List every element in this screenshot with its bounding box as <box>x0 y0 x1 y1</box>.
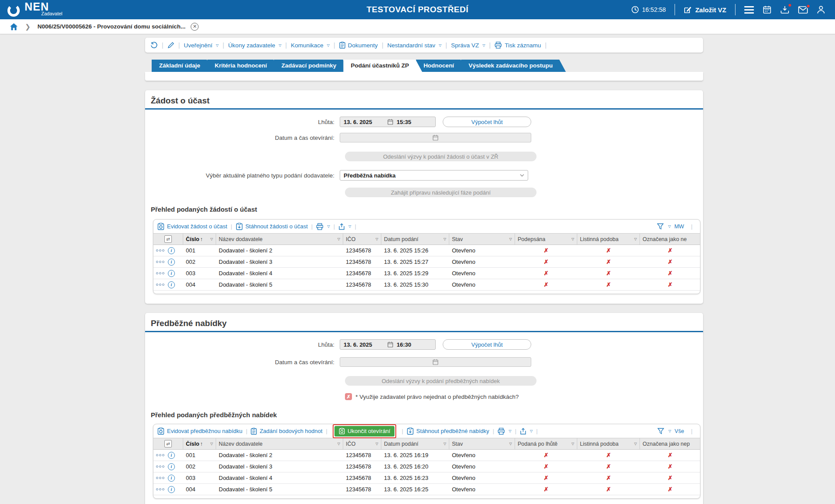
lhuta-field[interactable]: 13. 6. 2025 16:30 <box>340 339 436 350</box>
filter-caret-icon[interactable]: ▽ <box>209 237 213 241</box>
print-grid-button[interactable]: ▽ <box>497 428 511 435</box>
info-icon[interactable]: i <box>168 475 175 482</box>
info-icon[interactable]: i <box>168 259 175 266</box>
table-row[interactable]: i 001 Dodavatel - školení 2 12345678 13.… <box>153 245 700 256</box>
header-stav[interactable]: Stav▽ <box>449 438 515 449</box>
tab-hodnoceni[interactable]: Hodnocení <box>416 60 467 72</box>
header-datum-podani[interactable]: Datum podání▽ <box>381 438 449 449</box>
menu-uverejneni[interactable]: Uveřejnění▽ <box>184 42 218 49</box>
tab-zakladni-udaje[interactable]: Základní údaje <box>152 60 213 72</box>
header-nazev-dodavatele[interactable]: Název dodavatele▽ <box>216 438 343 449</box>
downloads-icon[interactable] <box>780 5 789 14</box>
export-grid-button[interactable]: ▽ <box>520 428 533 435</box>
filter-caret-icon[interactable]: ▽ <box>374 237 378 241</box>
undo-button[interactable] <box>150 42 158 49</box>
header-datum-podani[interactable]: Datum podání▽ <box>381 234 449 245</box>
info-icon[interactable]: i <box>168 281 175 288</box>
filter-caret-icon[interactable]: ▽ <box>508 442 512 446</box>
filter-caret-icon[interactable]: ▽ <box>632 442 637 446</box>
header-podepsana[interactable]: Podepsána▽ <box>515 234 577 245</box>
close-record-icon[interactable]: ✕ <box>191 23 199 31</box>
filter-caret-icon[interactable]: ▽ <box>570 237 574 241</box>
info-icon[interactable]: i <box>168 247 175 254</box>
row-menu-icon[interactable] <box>156 261 164 263</box>
menu-ukony-zadavatele[interactable]: Úkony zadavatele▽ <box>228 42 281 49</box>
header-cislo[interactable]: Číslo ↑ ▽ <box>183 234 216 245</box>
header-oznacena[interactable]: Označena jako nep <box>640 438 700 449</box>
send-vyzva-nabidky-button[interactable]: Odeslání výzvy k podání předběžných nabí… <box>345 376 537 386</box>
messages-icon[interactable] <box>798 6 808 14</box>
stahnout-zadosti-button[interactable]: Stáhnout žádosti o účast <box>236 223 308 230</box>
tab-kriteria-hodnoceni[interactable]: Kritéria hodnocení <box>207 60 280 72</box>
stahnout-nabidky-button[interactable]: Stáhnout předběžné nabídky <box>407 427 489 435</box>
tab-vysledek-zadavaciho-postupu[interactable]: Výsledek zadávacího postupu <box>461 60 566 72</box>
table-row[interactable]: i 003 Dodavatel - školení 4 12345678 13.… <box>153 472 700 484</box>
header-cislo[interactable]: Číslo ↑ ▽ <box>183 438 216 449</box>
evidovat-zadost-button[interactable]: Evidovat žádost o účast <box>157 223 227 230</box>
send-vyzva-zadost-button[interactable]: Odeslání výzvy k podání žádosti o účast … <box>345 152 537 161</box>
header-oznacena[interactable]: Označena jako ne <box>640 234 700 245</box>
filter-icon[interactable] <box>657 223 664 230</box>
info-icon[interactable]: i <box>168 486 175 493</box>
user-profile-icon[interactable] <box>817 5 825 14</box>
vypocet-lhut-button[interactable]: Výpočet lhůt <box>443 339 531 350</box>
info-icon[interactable]: i <box>168 452 175 459</box>
datum-oteviranı-field[interactable] <box>340 357 531 367</box>
filter-caret-icon[interactable]: ▽ <box>336 237 340 241</box>
grid-view-label[interactable]: MW <box>674 224 684 230</box>
nen-logo[interactable]: NEN Zadavatel <box>6 1 62 18</box>
info-icon[interactable]: i <box>168 270 175 277</box>
table-row[interactable]: i 003 Dodavatel - školení 4 12345678 13.… <box>153 268 700 279</box>
header-ico[interactable]: IČO▽ <box>343 438 381 449</box>
calendar-icon[interactable] <box>763 5 771 14</box>
table-row[interactable]: i 002 Dodavatel - školení 3 12345678 13.… <box>153 256 700 268</box>
info-icon[interactable]: i <box>168 463 175 470</box>
filter-caret-icon[interactable]: ▽ <box>374 442 378 446</box>
row-menu-icon[interactable] <box>156 454 164 456</box>
tab-zadavaci-podminky[interactable]: Zadávací podmínky <box>274 60 349 72</box>
menu-nestandardni-stav[interactable]: Nestandardní stav▽ <box>387 42 442 49</box>
edit-record-button[interactable] <box>167 42 174 49</box>
print-record-button[interactable]: Tisk záznamu <box>494 42 541 49</box>
print-grid-button[interactable]: ▽ <box>316 223 330 230</box>
column-settings-cell[interactable]: ⇄ <box>153 234 183 245</box>
row-menu-icon[interactable] <box>156 488 164 490</box>
next-phase-button[interactable]: Zahájit přípravu následující fáze podání <box>345 188 537 197</box>
zadani-bodovych-hodnot-button[interactable]: Zadání bodových hodnot <box>251 428 322 435</box>
lhuta-time-value[interactable]: 15:35 <box>397 119 411 125</box>
header-ico[interactable]: IČO▽ <box>343 234 381 245</box>
caret-down-icon[interactable]: ▽ <box>668 224 671 228</box>
filter-caret-icon[interactable]: ▽ <box>442 442 446 446</box>
lhuta-date-value[interactable]: 13. 6. 2025 <box>344 341 384 348</box>
datum-oteviranı-field[interactable] <box>340 133 531 142</box>
caret-down-icon[interactable]: ▽ <box>668 429 671 433</box>
create-vz-button[interactable]: Založit VZ <box>684 6 726 14</box>
lhuta-date-value[interactable]: 13. 6. 2025 <box>344 119 384 125</box>
filter-caret-icon[interactable]: ▽ <box>508 237 512 241</box>
row-menu-icon[interactable] <box>156 249 164 252</box>
menu-dokumenty[interactable]: Dokumenty <box>339 42 378 49</box>
header-podana-po-lhute[interactable]: Podaná po lhůtě▽ <box>515 438 577 449</box>
evidovat-nabidku-button[interactable]: Evidovat předběžnou nabídku <box>157 427 242 435</box>
tab-podani-ucastniku-zp[interactable]: Podání účastníků ZP <box>343 60 422 72</box>
menu-komunikace[interactable]: Komunikace▽ <box>291 42 330 49</box>
flag-no-icon[interactable]: ✗ <box>345 393 352 400</box>
row-menu-icon[interactable] <box>156 284 164 286</box>
column-settings-cell[interactable]: ⇄ <box>153 438 183 449</box>
header-nazev-dodavatele[interactable]: Název dodavatele▽ <box>216 234 343 245</box>
filter-caret-icon[interactable]: ▽ <box>442 237 446 241</box>
filter-caret-icon[interactable]: ▽ <box>570 442 574 446</box>
lhuta-field[interactable]: 13. 6. 2025 15:35 <box>340 117 436 127</box>
table-row[interactable]: i 004 Dodavatel - školení 5 12345678 13.… <box>153 484 700 495</box>
filter-caret-icon[interactable]: ▽ <box>632 237 637 241</box>
grid-view-label[interactable]: Vše <box>675 428 684 434</box>
filter-icon[interactable] <box>657 428 664 434</box>
ukoncit-oteviranı-button[interactable]: Ukončit otevírání <box>334 426 395 437</box>
home-icon[interactable] <box>10 23 18 31</box>
breadcrumb-item[interactable]: N006/25/V00005626 - Provozování domu soc… <box>38 23 186 30</box>
vypocet-lhut-button[interactable]: Výpočet lhůt <box>443 117 531 127</box>
filter-caret-icon[interactable]: ▽ <box>209 442 213 446</box>
filter-caret-icon[interactable]: ▽ <box>336 442 340 446</box>
export-grid-button[interactable]: ▽ <box>338 223 351 230</box>
table-row[interactable]: i 002 Dodavatel - školení 3 12345678 13.… <box>153 461 700 472</box>
